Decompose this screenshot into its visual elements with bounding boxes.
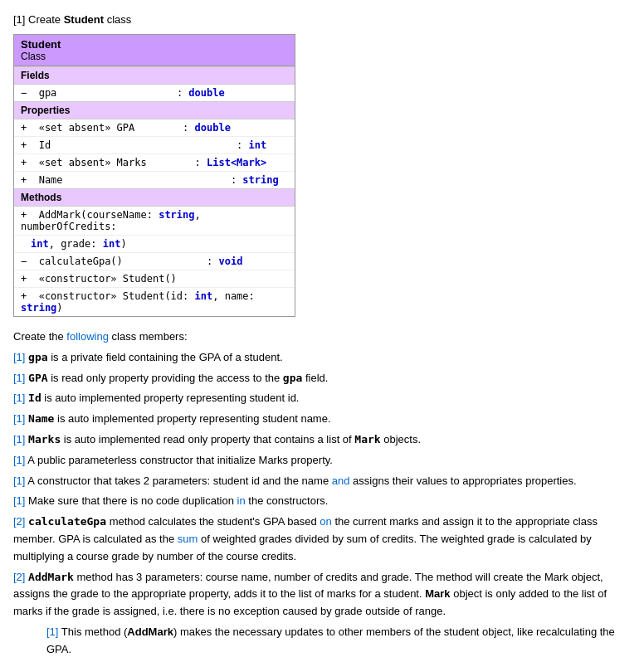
- method-close4: ): [56, 302, 62, 314]
- mark-bold: Mark: [425, 587, 450, 600]
- prop-colon: :: [183, 122, 194, 134]
- desc-gpa-field: [1] gpa is a private field containing th…: [13, 349, 631, 367]
- method-spacer2: [129, 256, 201, 267]
- GPA-name: GPA: [28, 372, 47, 384]
- fields-rows: − gpa : double: [14, 85, 295, 101]
- class-header: Student Class: [14, 35, 295, 66]
- mark-ref: Mark: [354, 433, 380, 445]
- prop-marks: + «set absent» Marks : List<Mark>: [14, 154, 295, 172]
- prop-colon3: :: [195, 157, 207, 168]
- description-block: Create the following class members: [1] …: [13, 329, 631, 659]
- methods-label: Methods: [14, 188, 295, 207]
- method-type4a: int: [195, 290, 213, 302]
- method-vis3: + «constructor» Student(): [21, 273, 177, 285]
- desc-id-prop: [1] Id is auto implemented property repr…: [13, 390, 631, 407]
- method-addmark-cont: int, grade: int): [14, 236, 295, 253]
- prop-vis3: + «set absent» Marks: [21, 157, 147, 168]
- tag6: [1]: [13, 454, 25, 466]
- method-constructor2: + «constructor» Student(id: int, name: s…: [14, 288, 295, 316]
- properties-label: Properties: [14, 101, 295, 119]
- addmark-name: AddMark: [28, 571, 74, 583]
- on-ref: on: [320, 515, 331, 528]
- methods-rows: + AddMark(courseName: string, numberOfCr…: [14, 207, 295, 316]
- tag11: [1]: [46, 625, 58, 638]
- method-vis2: − calculateGpa(): [21, 256, 123, 267]
- tag2: [1]: [13, 372, 25, 384]
- tag5: [1]: [13, 433, 25, 445]
- method-vis4: + «constructor» Student(id:: [21, 290, 195, 302]
- desc-name-prop: [1] Name is auto implemented property re…: [13, 411, 631, 428]
- desc-calculategpa: [2] calculateGpa method calculates the s…: [13, 514, 631, 565]
- tag1: [1]: [13, 351, 25, 363]
- addmark-ref: AddMark: [127, 625, 173, 638]
- method-rest1b: , grade:: [49, 238, 103, 250]
- name-prop: Name: [28, 412, 54, 425]
- tag4: [1]: [13, 412, 25, 425]
- prop-type3: List<Mark>: [207, 157, 266, 168]
- desc-GPA-prop: [1] GPA is read only property providing …: [13, 370, 631, 387]
- prop-type2: int: [249, 139, 267, 151]
- properties-rows: + «set absent» GPA : double + Id : int +…: [14, 119, 295, 188]
- method-type2: void: [218, 256, 242, 267]
- prop-id: + Id : int: [14, 137, 295, 154]
- class-diagram: Student Class Fields − gpa : double Prop…: [13, 34, 295, 317]
- method-type1c: int: [103, 238, 121, 250]
- field-gpa: − gpa : double: [14, 85, 295, 101]
- method-vis1: + AddMark(courseName:: [21, 209, 159, 221]
- desc-following: following: [66, 330, 109, 343]
- tag7: [1]: [13, 475, 25, 487]
- desc-no-duplication: [1] Make sure that there is no code dupl…: [13, 493, 631, 510]
- prop-spacer2: [56, 139, 231, 151]
- method-colon2: :: [207, 256, 218, 267]
- method-calculategpa: − calculateGpa() : void: [14, 253, 295, 270]
- method-type1a: string: [159, 209, 194, 221]
- in-ref: in: [237, 494, 246, 507]
- prop-spacer3: [153, 157, 188, 168]
- section-heading: [1] Create Student class: [13, 13, 631, 26]
- prop-colon4: :: [231, 174, 242, 186]
- class-name: Student: [21, 38, 288, 51]
- desc-constructor1: [1] A public parameterless constructor t…: [13, 452, 631, 470]
- id-name: Id: [28, 392, 41, 404]
- prop-spacer: [141, 122, 177, 134]
- prop-vis: + «set absent» GPA: [21, 122, 134, 134]
- sum-ref: sum: [178, 533, 198, 545]
- method-type1b: int: [31, 238, 49, 250]
- class-stereotype: Class: [21, 51, 288, 62]
- tag8: [1]: [13, 494, 25, 507]
- marks-name: Marks: [28, 433, 61, 445]
- heading-bracket: [1] Create: [13, 13, 64, 26]
- field-visibility: − gpa: [21, 87, 56, 99]
- gpa-ref: gpa: [283, 372, 302, 384]
- and-ref: and: [332, 475, 350, 487]
- method-rest1c: ): [120, 238, 126, 250]
- prop-gpa: + «set absent» GPA : double: [14, 119, 295, 137]
- prop-name: + Name : string: [14, 172, 295, 188]
- tag10: [2]: [13, 571, 25, 583]
- tag3: [1]: [13, 392, 25, 404]
- field-colon: :: [177, 87, 188, 99]
- prop-type: double: [195, 122, 231, 134]
- field-type: double: [188, 87, 224, 99]
- method-addmark: + AddMark(courseName: string, numberOfCr…: [14, 207, 295, 236]
- cgpa-name: calculateGpa: [28, 515, 106, 528]
- desc-addmark-sub: [1] This method (AddMark) makes the nece…: [13, 624, 631, 659]
- heading-rest: class: [104, 13, 131, 26]
- prop-colon2: :: [237, 139, 248, 151]
- fields-label: Fields: [14, 66, 295, 85]
- method-type4b: string: [21, 302, 56, 314]
- field-spacer: [63, 87, 171, 99]
- prop-type4: string: [242, 174, 278, 186]
- tag9: [2]: [13, 515, 25, 528]
- gpa-name: gpa: [28, 351, 47, 363]
- prop-vis2: + Id: [21, 139, 51, 151]
- prop-spacer4: [69, 174, 225, 186]
- prop-vis4: + Name: [21, 174, 63, 186]
- desc-intro: Create the following class members:: [13, 329, 631, 346]
- method-rest4: , name:: [212, 290, 255, 302]
- desc-constructor2: [1] A constructor that takes 2 parameter…: [13, 473, 631, 490]
- desc-addmark: [2] AddMark method has 3 parameters: cou…: [13, 569, 631, 621]
- desc-marks-prop: [1] Marks is auto implemented read only …: [13, 431, 631, 449]
- method-constructor1: + «constructor» Student(): [14, 270, 295, 288]
- heading-classname: Student: [64, 13, 104, 26]
